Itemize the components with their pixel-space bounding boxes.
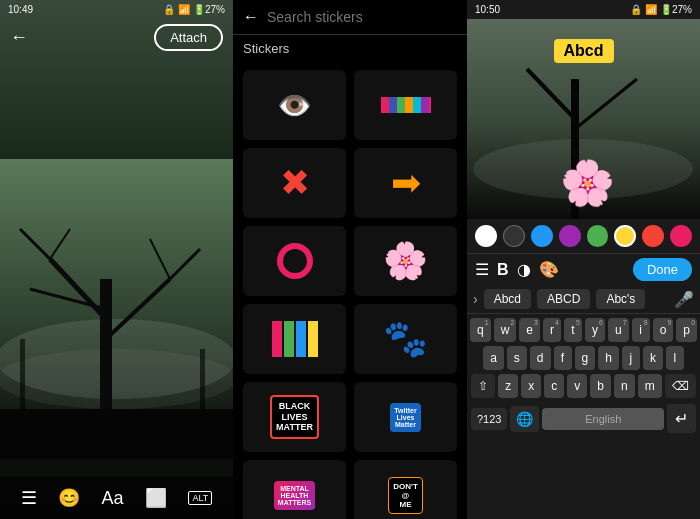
- dont-sticker: DON'T@ME: [388, 477, 423, 514]
- sticker-yeti[interactable]: 🐾: [354, 304, 457, 374]
- key-w[interactable]: w2: [494, 318, 517, 342]
- blm-sticker: BLACKLIVESMATTER: [270, 395, 319, 439]
- key-numbers[interactable]: ?123: [471, 408, 507, 430]
- key-v[interactable]: v: [567, 374, 587, 398]
- sticker-dont[interactable]: DON'T@ME: [354, 460, 457, 519]
- text-formatting-toolbar: ☰ B ◑ 🎨 Done: [467, 253, 700, 285]
- sticker-pixel[interactable]: [354, 70, 457, 140]
- key-a[interactable]: a: [483, 346, 504, 370]
- key-h[interactable]: h: [598, 346, 619, 370]
- key-return[interactable]: ↵: [667, 404, 696, 433]
- key-space[interactable]: English: [542, 408, 664, 430]
- key-i[interactable]: i8: [632, 318, 650, 342]
- crop-icon[interactable]: ⬜: [145, 487, 167, 509]
- time-3: 10:50: [475, 4, 500, 15]
- done-button[interactable]: Done: [633, 258, 692, 281]
- sticker-eye[interactable]: 👁️: [243, 70, 346, 140]
- color-red[interactable]: [642, 225, 664, 247]
- keyboard-row-2: a s d f g h j k l: [469, 346, 698, 370]
- status-bar-3: 10:50 🔒 📶 🔋27%: [467, 0, 700, 19]
- key-b[interactable]: b: [590, 374, 611, 398]
- pixel-sticker: [381, 97, 431, 113]
- back-arrow-stickers[interactable]: ←: [243, 8, 259, 26]
- abcd-sticker[interactable]: Abcd: [554, 39, 614, 63]
- key-l[interactable]: l: [666, 346, 684, 370]
- color-pink[interactable]: [670, 225, 692, 247]
- key-t[interactable]: t5: [564, 318, 582, 342]
- search-stickers-input[interactable]: [267, 9, 457, 25]
- expand-icon[interactable]: ›: [473, 291, 478, 307]
- key-j[interactable]: j: [622, 346, 640, 370]
- key-c[interactable]: c: [544, 374, 564, 398]
- status-bar-1: 10:49 🔒 📶 🔋27%: [0, 0, 233, 19]
- bottom-toolbar: ☰ 😊 Aa ⬜ ALT: [0, 477, 233, 519]
- tlm-sticker: TwitterLivesMatter: [390, 403, 420, 432]
- key-k[interactable]: k: [643, 346, 663, 370]
- mhm-sticker: MENTALHEALTHMATTERS: [274, 481, 315, 510]
- sticker-colorbars[interactable]: [243, 304, 346, 374]
- flower-sticker-placed[interactable]: 🌸: [560, 157, 615, 209]
- keyboard-suggestions: › Abcd ABCD Abc's 🎤: [467, 285, 700, 314]
- sticker-cross[interactable]: ✖: [243, 148, 346, 218]
- key-e[interactable]: e3: [519, 318, 540, 342]
- menu-icon[interactable]: ☰: [21, 487, 37, 509]
- key-g[interactable]: g: [575, 346, 596, 370]
- sticker-tlm[interactable]: TwitterLivesMatter: [354, 382, 457, 452]
- key-f[interactable]: f: [554, 346, 572, 370]
- arrow-sticker-icon: ➡: [391, 162, 421, 204]
- back-button-1[interactable]: ←: [10, 27, 28, 48]
- sticker-arrow[interactable]: ➡: [354, 148, 457, 218]
- key-o[interactable]: o9: [653, 318, 674, 342]
- color-black[interactable]: [503, 225, 525, 247]
- color-white[interactable]: [475, 225, 497, 247]
- suggestion-ABCD[interactable]: ABCD: [537, 289, 590, 309]
- sticker-blm[interactable]: BLACKLIVESMATTER: [243, 382, 346, 452]
- key-n[interactable]: n: [614, 374, 635, 398]
- key-globe[interactable]: 🌐: [510, 406, 539, 432]
- key-backspace[interactable]: ⌫: [665, 374, 696, 398]
- key-r[interactable]: r4: [543, 318, 561, 342]
- sticker-flower[interactable]: 🌸: [354, 226, 457, 296]
- flower-sticker-icon: 🌸: [383, 240, 428, 282]
- photo-background: [0, 0, 233, 519]
- top-bar-1: ← Attach: [0, 18, 233, 57]
- key-m[interactable]: m: [638, 374, 662, 398]
- photo-panel: 10:49 🔒 📶 🔋27% ← Attach: [0, 0, 233, 519]
- editor-canvas[interactable]: Abcd 🌸: [467, 19, 700, 219]
- color-blue[interactable]: [531, 225, 553, 247]
- key-d[interactable]: d: [530, 346, 551, 370]
- color-purple[interactable]: [559, 225, 581, 247]
- key-q[interactable]: q1: [470, 318, 491, 342]
- emoji-icon[interactable]: 😊: [58, 487, 80, 509]
- align-icon[interactable]: ☰: [475, 260, 489, 279]
- keyboard-row-4: ?123 🌐 English ↵: [469, 402, 698, 435]
- colorbars-sticker: [272, 321, 318, 357]
- color-green[interactable]: [587, 225, 609, 247]
- time-1: 10:49: [8, 4, 33, 15]
- stickers-label: Stickers: [233, 35, 467, 62]
- key-z[interactable]: z: [498, 374, 518, 398]
- status-icons-1: 🔒 📶 🔋27%: [163, 4, 225, 15]
- svg-rect-13: [200, 349, 205, 409]
- tree-svg: [0, 159, 233, 459]
- sticker-ring[interactable]: [243, 226, 346, 296]
- key-y[interactable]: y6: [585, 318, 605, 342]
- contrast-icon[interactable]: ◑: [517, 260, 531, 279]
- text-icon[interactable]: Aa: [102, 488, 124, 509]
- bold-icon[interactable]: B: [497, 261, 509, 279]
- suggestion-abcs[interactable]: Abc's: [596, 289, 645, 309]
- key-p[interactable]: p0: [676, 318, 697, 342]
- key-shift[interactable]: ⇧: [471, 374, 495, 398]
- color-yellow[interactable]: [614, 225, 636, 247]
- attach-button[interactable]: Attach: [154, 24, 223, 51]
- key-u[interactable]: u7: [608, 318, 629, 342]
- sticker-mhm[interactable]: MENTALHEALTHMATTERS: [243, 460, 346, 519]
- ring-sticker: [277, 243, 313, 279]
- svg-rect-12: [20, 339, 25, 409]
- mic-icon[interactable]: 🎤: [674, 290, 694, 309]
- key-x[interactable]: x: [521, 374, 541, 398]
- color-icon[interactable]: 🎨: [539, 260, 559, 279]
- suggestion-abcd[interactable]: Abcd: [484, 289, 531, 309]
- alt-badge: ALT: [188, 491, 212, 505]
- key-s[interactable]: s: [507, 346, 527, 370]
